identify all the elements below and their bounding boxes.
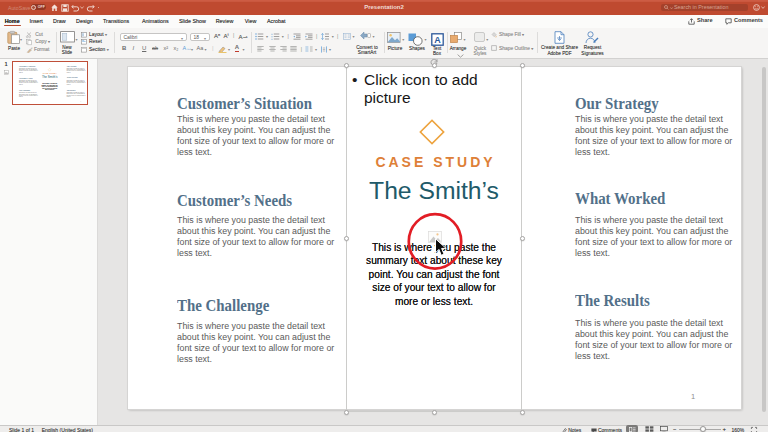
svg-text:A: A xyxy=(434,34,441,44)
